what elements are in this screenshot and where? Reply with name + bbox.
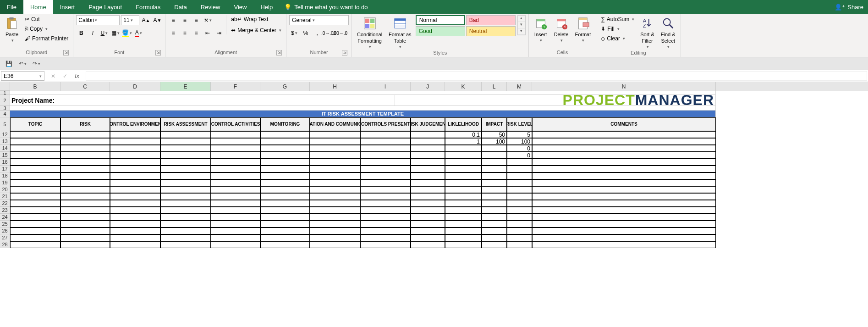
row-header-1[interactable]: 1 [0, 91, 10, 95]
row-header-23[interactable]: 23 [0, 207, 10, 214]
cut-button[interactable]: ✂Cut [23, 15, 70, 23]
table-cell[interactable] [310, 179, 360, 186]
table-cell[interactable] [411, 193, 445, 200]
table-cell[interactable] [10, 227, 60, 234]
row-header-27[interactable]: 27 [0, 234, 10, 241]
number-format-combo[interactable]: General [289, 15, 349, 25]
tab-page-layout[interactable]: Page Layout [82, 0, 129, 14]
table-cell[interactable] [445, 227, 482, 234]
table-cell[interactable] [211, 152, 260, 159]
alignment-dialog-launcher[interactable]: ⇲ [276, 50, 282, 55]
align-bottom-button[interactable]: ≡ [191, 15, 201, 25]
table-cell[interactable] [532, 166, 716, 172]
table-cell[interactable] [10, 166, 60, 172]
table-cell[interactable] [310, 200, 360, 207]
table-cell[interactable] [260, 138, 310, 145]
tab-view[interactable]: View [227, 0, 253, 14]
row-header-21[interactable]: 21 [0, 193, 10, 200]
table-header[interactable]: CONTROLS PRESENT [360, 117, 411, 131]
row-header-5[interactable]: 5 [0, 117, 10, 131]
clear-button[interactable]: ◇Clear [599, 34, 636, 43]
align-middle-button[interactable]: ≡ [180, 15, 190, 25]
conditional-formatting-button[interactable]: Conditional Formatting [355, 15, 385, 50]
table-cell[interactable] [507, 221, 532, 227]
table-cell[interactable] [445, 241, 482, 248]
table-cell[interactable] [507, 166, 532, 172]
table-cell[interactable] [60, 200, 110, 207]
table-cell[interactable] [260, 200, 310, 207]
table-cell[interactable] [482, 166, 507, 172]
table-cell[interactable] [445, 172, 482, 179]
column-header-J[interactable]: J [411, 82, 445, 91]
format-as-table-button[interactable]: Format as Table [386, 15, 414, 50]
table-cell[interactable] [60, 221, 110, 227]
comma-format-button[interactable]: , [312, 28, 322, 38]
table-cell[interactable] [532, 186, 716, 193]
table-cell[interactable] [310, 241, 360, 248]
table-cell[interactable] [10, 234, 60, 241]
clipboard-dialog-launcher[interactable]: ⇲ [63, 50, 69, 55]
table-cell[interactable] [482, 145, 507, 152]
table-header[interactable]: CONTROL ENVIRONMENT [110, 117, 160, 131]
table-cell[interactable] [507, 227, 532, 234]
table-cell[interactable] [110, 152, 160, 159]
table-cell[interactable] [211, 186, 260, 193]
font-size-combo[interactable]: 11 [121, 15, 139, 25]
table-cell[interactable] [482, 207, 507, 214]
fill-button[interactable]: ⬇Fill [599, 25, 636, 33]
table-cell[interactable] [482, 193, 507, 200]
cell-styles-gallery[interactable]: Normal Bad Good Neutral [416, 15, 516, 36]
table-cell[interactable] [160, 241, 211, 248]
table-cell[interactable] [60, 152, 110, 159]
table-cell[interactable] [411, 200, 445, 207]
table-cell[interactable] [211, 172, 260, 179]
table-cell[interactable] [260, 166, 310, 172]
row-header-24[interactable]: 24 [0, 214, 10, 221]
table-cell[interactable] [110, 159, 160, 166]
table-cell[interactable] [260, 179, 310, 186]
column-header-H[interactable]: H [310, 82, 360, 91]
table-cell[interactable] [260, 234, 310, 241]
cell-row-3[interactable] [10, 106, 716, 111]
tab-insert[interactable]: Insert [53, 0, 82, 14]
italic-button[interactable]: I [88, 28, 98, 38]
tab-formulas[interactable]: Formulas [129, 0, 167, 14]
table-cell[interactable] [160, 227, 211, 234]
table-cell[interactable] [360, 227, 411, 234]
table-cell[interactable] [507, 200, 532, 207]
table-cell[interactable] [110, 241, 160, 248]
table-cell[interactable] [445, 214, 482, 221]
formula-input[interactable] [86, 71, 867, 81]
number-dialog-launcher[interactable]: ⇲ [342, 50, 347, 55]
underline-button[interactable]: U [99, 28, 109, 38]
table-cell[interactable] [60, 159, 110, 166]
table-cell[interactable] [532, 241, 716, 248]
table-header[interactable]: RISK LEVEL [507, 117, 532, 131]
font-name-combo[interactable]: Calibri [76, 15, 120, 25]
table-cell[interactable] [360, 200, 411, 207]
table-cell[interactable] [160, 159, 211, 166]
table-cell[interactable] [110, 131, 160, 138]
table-cell[interactable] [445, 186, 482, 193]
table-cell[interactable] [532, 152, 716, 159]
table-cell[interactable] [211, 131, 260, 138]
table-cell[interactable] [211, 241, 260, 248]
table-cell[interactable] [411, 214, 445, 221]
table-cell[interactable] [411, 227, 445, 234]
table-cell[interactable] [411, 186, 445, 193]
table-cell[interactable] [310, 214, 360, 221]
table-cell[interactable] [310, 172, 360, 179]
sort-filter-button[interactable]: AZ Sort & Filter [638, 15, 657, 50]
table-cell[interactable] [10, 159, 60, 166]
table-cell[interactable] [411, 138, 445, 145]
table-cell[interactable] [360, 159, 411, 166]
tab-help[interactable]: Help [253, 0, 280, 14]
table-header[interactable]: TOPIC [10, 117, 60, 131]
table-cell[interactable] [507, 172, 532, 179]
undo-button[interactable]: ↶ [17, 59, 27, 69]
row-header-15[interactable]: 15 [0, 152, 10, 159]
table-cell[interactable] [110, 138, 160, 145]
tab-review[interactable]: Review [194, 0, 227, 14]
table-cell[interactable] [445, 193, 482, 200]
column-header-M[interactable]: M [507, 82, 532, 91]
